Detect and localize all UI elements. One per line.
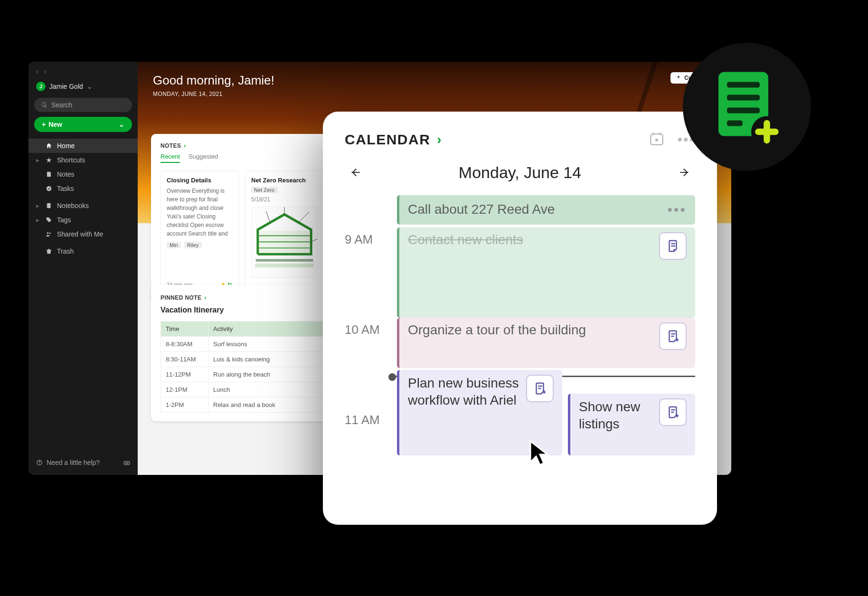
- user-menu[interactable]: J Jamie Gold ⌄: [28, 77, 138, 96]
- sidebar-item-label: Notebooks: [57, 202, 89, 209]
- notes-panel-header[interactable]: NOTES ›: [160, 142, 349, 149]
- svg-point-0: [47, 186, 52, 191]
- note-thumbnail: [251, 207, 318, 278]
- calendar-event-allday[interactable]: Call about 227 Reed Ave •••: [397, 195, 695, 225]
- event-title: Show new listings: [579, 398, 659, 433]
- help-icon: [36, 459, 43, 466]
- help-link[interactable]: Need a little help?: [36, 459, 100, 466]
- sidebar-item-label: Shared with Me: [57, 230, 103, 238]
- events-column: Call about 227 Reed Ave ••• Contact new …: [397, 195, 695, 501]
- open-note-button[interactable]: [659, 232, 687, 260]
- note-tag[interactable]: Riley: [184, 242, 201, 248]
- svg-point-17: [656, 139, 658, 141]
- note-tag[interactable]: Min: [167, 242, 181, 248]
- check-circle-icon: [46, 185, 52, 192]
- pinned-note-title: Vacation Itinerary: [160, 306, 349, 314]
- chevron-down-icon: ⌄: [87, 83, 93, 90]
- prev-day-button[interactable]: [345, 162, 366, 183]
- sidebar-item-label: Home: [57, 142, 75, 150]
- keyboard-icon[interactable]: [123, 459, 130, 466]
- event-menu-button[interactable]: •••: [667, 202, 687, 218]
- nav-back-button[interactable]: ‹: [36, 67, 38, 75]
- table-cell: 1-2PM: [161, 397, 208, 413]
- calendar-title: CALENDAR: [345, 132, 430, 148]
- sidebar-item-home[interactable]: Home: [28, 139, 138, 153]
- time-gutter: 9 AM 10 AM 11 AM: [345, 195, 397, 501]
- chevron-right-icon: ›: [437, 132, 441, 147]
- panel-title-label: NOTES: [160, 142, 181, 149]
- nav-forward-button[interactable]: ›: [44, 67, 47, 75]
- note-title: Net Zero Research: [251, 177, 318, 184]
- note-title: Closing Details: [167, 177, 233, 184]
- tag-icon: [46, 217, 52, 223]
- svg-point-6: [230, 283, 232, 284]
- table-row: 8-8:30AMSurf lessons: [161, 337, 349, 352]
- sidebar-item-notes[interactable]: Notes: [28, 167, 138, 181]
- sidebar-item-label: Shortcuts: [57, 156, 85, 164]
- sidebar-item-shortcuts[interactable]: ▸ Shortcuts: [28, 153, 138, 167]
- add-note-button[interactable]: [659, 322, 687, 350]
- home-icon: [46, 142, 52, 149]
- tab-suggested[interactable]: Suggested: [189, 153, 218, 163]
- search-input[interactable]: Search: [34, 98, 132, 112]
- sidebar: ‹ › J Jamie Gold ⌄ Search +New ⌄ Home ▸: [28, 62, 138, 475]
- sidebar-item-trash[interactable]: Trash: [28, 244, 138, 258]
- calendar-widget: CALENDAR › ••• Monday, June 14 9 AM: [323, 112, 717, 525]
- nav-history: ‹ ›: [28, 62, 138, 77]
- sidebar-item-notebooks[interactable]: ▸ Notebooks: [28, 199, 138, 213]
- chevron-down-icon: ⌄: [119, 121, 124, 128]
- event-title: Call about 227 Reed Ave: [408, 202, 560, 217]
- event-title: Plan new business workflow with Ariel: [408, 375, 526, 409]
- time-label: 9 AM: [345, 230, 397, 321]
- panel-title-label: PINNED NOTE: [160, 294, 201, 301]
- new-button[interactable]: +New ⌄: [34, 117, 132, 132]
- table-row: 11-12PMRun along the beach: [161, 367, 349, 382]
- help-label: Need a little help?: [47, 459, 100, 466]
- calendar-event[interactable]: Show new listings: [568, 394, 695, 455]
- sidebar-item-label: Notes: [57, 170, 75, 178]
- chevron-right-icon: ›: [204, 294, 206, 301]
- hero-date: MONDAY, JUNE 14, 2021: [153, 91, 716, 97]
- greeting-text: Good morning, Jamie!: [153, 73, 716, 88]
- sparkle-icon: [675, 75, 682, 81]
- time-label: 10 AM: [345, 321, 397, 411]
- search-icon: [41, 102, 47, 108]
- note-icon: [46, 171, 52, 178]
- calendar-event[interactable]: Organize a tour of the building: [397, 318, 695, 368]
- svg-rect-20: [727, 95, 760, 101]
- table-row: 1-2PMRelax and read a book: [161, 397, 349, 413]
- chevron-right-icon: ›: [184, 142, 186, 149]
- table-header: Time: [161, 322, 208, 337]
- note-tag[interactable]: Net Zero: [251, 187, 277, 193]
- star-icon: [46, 157, 52, 163]
- calendar-event[interactable]: Contact new clients: [397, 227, 695, 318]
- calendar-event[interactable]: Plan new business workflow with Ariel: [397, 370, 562, 455]
- pinned-panel-header[interactable]: PINNED NOTE ›: [160, 294, 207, 301]
- event-title: Contact new clients: [408, 232, 529, 247]
- table-row: 8:30-11AMLuis & kids canoeing: [161, 352, 349, 367]
- notebook-icon: [46, 202, 52, 209]
- table-row: 12-1PMLunch: [161, 382, 349, 397]
- next-day-button[interactable]: [674, 162, 695, 183]
- calendar-icon[interactable]: [649, 131, 665, 149]
- notes-tabs: Recent Suggested: [160, 153, 349, 163]
- sidebar-item-shared[interactable]: Shared with Me: [28, 227, 138, 241]
- note-card[interactable]: Net Zero Research Net Zero 5/18/21: [245, 170, 324, 294]
- sidebar-item-tasks[interactable]: Tasks: [28, 181, 138, 196]
- search-placeholder: Search: [51, 101, 72, 109]
- table-cell: 8-8:30AM: [161, 337, 208, 352]
- tab-recent[interactable]: Recent: [160, 153, 180, 163]
- calendar-date: Monday, June 14: [366, 163, 674, 182]
- time-label: 11 AM: [345, 411, 397, 501]
- user-name-label: Jamie Gold: [49, 83, 83, 90]
- event-title: Organize a tour of the building: [408, 322, 592, 338]
- table-cell: 8:30-11AM: [161, 352, 208, 367]
- add-note-button[interactable]: [659, 398, 687, 426]
- sidebar-item-label: Tags: [57, 216, 71, 224]
- add-note-button[interactable]: [526, 375, 554, 402]
- sidebar-item-tags[interactable]: ▸ Tags: [28, 213, 138, 227]
- svg-point-1: [47, 232, 49, 234]
- calendar-title-link[interactable]: CALENDAR ›: [345, 132, 442, 148]
- svg-rect-4: [124, 462, 130, 465]
- note-card[interactable]: Closing Details Overview Everything is h…: [160, 170, 239, 294]
